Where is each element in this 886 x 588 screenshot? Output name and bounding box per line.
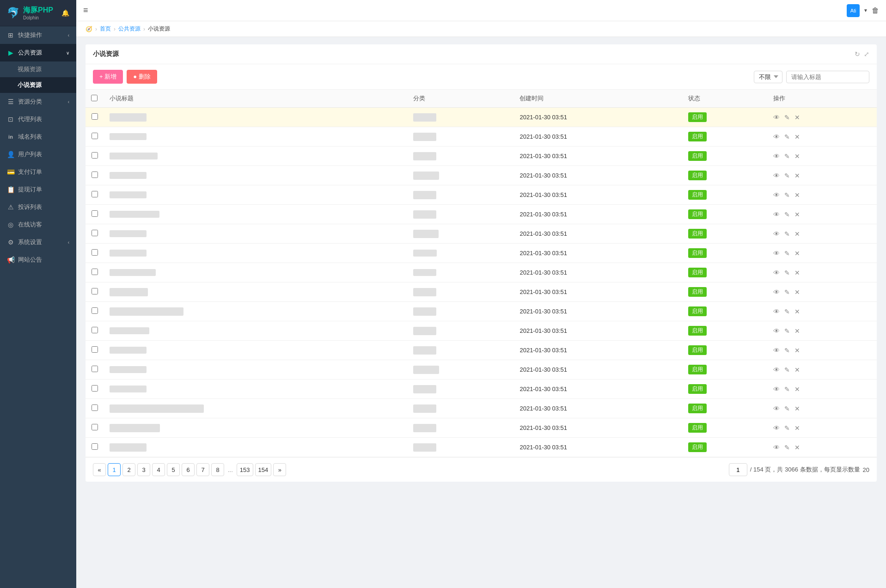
edit-icon[interactable]: ✎ — [784, 211, 790, 218]
avatar-dropdown-icon[interactable]: ▼ — [863, 8, 868, 13]
delete-icon[interactable]: ✕ — [794, 308, 800, 315]
sidebar-sub-item-novel[interactable]: 小说资源 — [0, 77, 76, 93]
edit-icon[interactable]: ✎ — [784, 191, 790, 199]
view-icon[interactable]: 👁 — [773, 153, 780, 160]
delete-icon[interactable]: ✕ — [794, 386, 800, 393]
delete-icon[interactable]: ✕ — [794, 230, 800, 238]
edit-icon[interactable]: ✎ — [784, 133, 790, 141]
trash-icon[interactable]: 🗑 — [872, 6, 879, 15]
sidebar-item-site-notice[interactable]: 📢 网站公告 — [0, 251, 76, 269]
new-button[interactable]: + 新增 — [93, 70, 123, 84]
sidebar-item-pay-orders[interactable]: 💳 支付订单 — [0, 163, 76, 181]
avatar[interactable]: Ati — [847, 4, 860, 17]
delete-icon[interactable]: ✕ — [794, 211, 800, 218]
page-btn-5[interactable]: 5 — [167, 463, 180, 476]
bell-icon[interactable]: 🔔 — [61, 9, 69, 17]
page-btn-6[interactable]: 6 — [182, 463, 195, 476]
view-icon[interactable]: 👁 — [773, 288, 780, 296]
edit-icon[interactable]: ✎ — [784, 250, 790, 257]
sidebar-item-withdraw-orders[interactable]: 📋 提现订单 — [0, 181, 76, 198]
status-filter[interactable]: 不限 启用 禁用 — [754, 71, 782, 83]
row-checkbox-10[interactable] — [92, 288, 98, 294]
delete-icon[interactable]: ✕ — [794, 424, 800, 432]
view-icon[interactable]: 👁 — [773, 269, 780, 276]
expand-icon[interactable]: ⤢ — [864, 50, 869, 58]
prev-page-button[interactable]: « — [93, 463, 106, 476]
view-icon[interactable]: 👁 — [773, 211, 780, 218]
edit-icon[interactable]: ✎ — [784, 269, 790, 276]
view-icon[interactable]: 👁 — [773, 308, 780, 315]
edit-icon[interactable]: ✎ — [784, 444, 790, 451]
edit-icon[interactable]: ✎ — [784, 424, 790, 432]
row-checkbox-3[interactable] — [92, 152, 98, 159]
row-checkbox-14[interactable] — [92, 366, 98, 372]
page-btn-8[interactable]: 8 — [211, 463, 224, 476]
page-jump-input[interactable] — [729, 463, 747, 476]
view-icon[interactable]: 👁 — [773, 230, 780, 238]
row-checkbox-15[interactable] — [92, 385, 98, 392]
view-icon[interactable]: 👁 — [773, 114, 780, 121]
edit-icon[interactable]: ✎ — [784, 114, 790, 121]
edit-icon[interactable]: ✎ — [784, 386, 790, 393]
sidebar-item-agent-list[interactable]: ⊡ 代理列表 — [0, 110, 76, 128]
edit-icon[interactable]: ✎ — [784, 308, 790, 315]
page-btn-153[interactable]: 153 — [237, 463, 253, 476]
row-checkbox-7[interactable] — [92, 230, 98, 236]
view-icon[interactable]: 👁 — [773, 133, 780, 141]
sidebar-item-quick-ops[interactable]: ⊞ 快捷操作 ‹ — [0, 26, 76, 44]
row-checkbox-6[interactable] — [92, 210, 98, 217]
view-icon[interactable]: 👁 — [773, 172, 780, 179]
sidebar-item-user-list[interactable]: 👤 用户列表 — [0, 146, 76, 163]
delete-icon[interactable]: ✕ — [794, 250, 800, 257]
edit-icon[interactable]: ✎ — [784, 347, 790, 354]
delete-icon[interactable]: ✕ — [794, 191, 800, 199]
view-icon[interactable]: 👁 — [773, 405, 780, 412]
row-checkbox-5[interactable] — [92, 191, 98, 197]
page-btn-154[interactable]: 154 — [255, 463, 272, 476]
row-checkbox-2[interactable] — [92, 133, 98, 139]
row-checkbox-11[interactable] — [92, 307, 98, 314]
delete-icon[interactable]: ✕ — [794, 444, 800, 451]
view-icon[interactable]: 👁 — [773, 347, 780, 354]
row-checkbox-16[interactable] — [92, 404, 98, 411]
delete-icon[interactable]: ✕ — [794, 405, 800, 412]
search-input[interactable] — [786, 71, 869, 83]
row-checkbox-4[interactable] — [92, 172, 98, 178]
row-checkbox-12[interactable] — [92, 327, 98, 333]
sidebar-item-domain-list[interactable]: in 域名列表 — [0, 128, 76, 146]
sidebar-sub-item-video[interactable]: 视频资源 — [0, 61, 76, 77]
sidebar-item-complaint-list[interactable]: ⚠ 投诉列表 — [0, 198, 76, 216]
view-icon[interactable]: 👁 — [773, 327, 780, 335]
delete-icon[interactable]: ✕ — [794, 114, 800, 121]
page-btn-7[interactable]: 7 — [196, 463, 209, 476]
refresh-icon[interactable]: ↻ — [855, 50, 860, 58]
sidebar-item-public-resources[interactable]: ▶ 公共资源 ∨ — [0, 44, 76, 61]
page-btn-2[interactable]: 2 — [122, 463, 135, 476]
page-btn-3[interactable]: 3 — [137, 463, 150, 476]
menu-toggle[interactable]: ≡ — [83, 6, 88, 15]
row-checkbox-9[interactable] — [92, 269, 98, 275]
row-checkbox-17[interactable] — [92, 424, 98, 430]
breadcrumb-home[interactable]: 首页 — [100, 25, 111, 33]
edit-icon[interactable]: ✎ — [784, 153, 790, 160]
next-page-button[interactable]: » — [273, 463, 286, 476]
delete-icon[interactable]: ✕ — [794, 153, 800, 160]
edit-icon[interactable]: ✎ — [784, 405, 790, 412]
delete-icon[interactable]: ✕ — [794, 133, 800, 141]
sidebar-item-online-visit[interactable]: ◎ 在线访客 — [0, 216, 76, 233]
delete-icon[interactable]: ✕ — [794, 269, 800, 276]
sidebar-item-resource-category[interactable]: ☰ 资源分类 ‹ — [0, 93, 76, 110]
delete-icon[interactable]: ✕ — [794, 288, 800, 296]
row-checkbox-18[interactable] — [92, 443, 98, 450]
delete-icon[interactable]: ✕ — [794, 327, 800, 335]
delete-icon[interactable]: ✕ — [794, 366, 800, 374]
view-icon[interactable]: 👁 — [773, 386, 780, 393]
edit-icon[interactable]: ✎ — [784, 230, 790, 238]
delete-icon[interactable]: ✕ — [794, 347, 800, 354]
row-checkbox-13[interactable] — [92, 346, 98, 353]
delete-icon[interactable]: ✕ — [794, 172, 800, 179]
row-checkbox-8[interactable] — [92, 249, 98, 256]
page-btn-4[interactable]: 4 — [152, 463, 165, 476]
view-icon[interactable]: 👁 — [773, 444, 780, 451]
delete-button[interactable]: ● 删除 — [127, 70, 157, 84]
